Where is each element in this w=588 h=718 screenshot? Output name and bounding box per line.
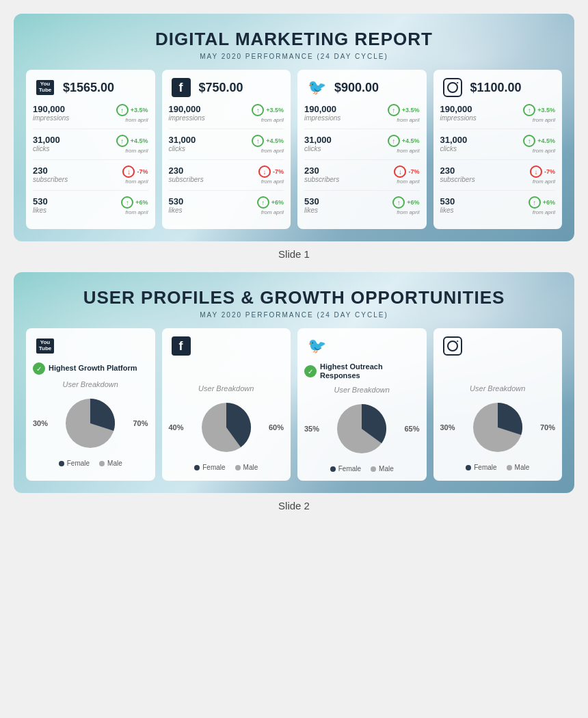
pie-legend: Female Male bbox=[440, 464, 556, 471]
metric-left: 190,000 impressions bbox=[33, 104, 116, 122]
male-pct-label: 70% bbox=[133, 419, 148, 427]
metric-right: ↑ +4.5% from april bbox=[523, 135, 555, 154]
female-label: Female bbox=[474, 464, 496, 471]
pie-container: 40% 60% bbox=[169, 397, 284, 458]
arrow-up-icon: ↑ bbox=[257, 196, 269, 209]
change-row: ↑ +3.5% bbox=[388, 104, 420, 116]
card-header: YouTube $1565.00 bbox=[33, 78, 148, 97]
metric-left: 190,000 impressions bbox=[304, 104, 388, 122]
metric-value: 230 bbox=[304, 165, 394, 176]
card-s2-twitter: 🐦 ✓ Highest Outreach Responses User Brea… bbox=[297, 328, 427, 481]
twitter-icon: 🐦 bbox=[304, 78, 329, 97]
card-facebook: f $750.00 190,000 impressions ↑ +3.5% fr… bbox=[162, 70, 291, 229]
change-text: +3.5% bbox=[402, 107, 420, 114]
metric-left: 530 likes bbox=[440, 196, 529, 214]
metric-label: subscribers bbox=[33, 176, 122, 183]
female-legend: Female bbox=[194, 464, 225, 471]
metric-row-subscribers: 230 subscribers ↓ -7% from april bbox=[440, 165, 556, 191]
change-subtext: from april bbox=[125, 148, 148, 154]
metric-label: clicks bbox=[304, 145, 388, 152]
metric-right: ↑ +6% from april bbox=[121, 196, 148, 215]
slide-1-wrapper: DIGITAL MARKETING REPORT MAY 2020 PERFOR… bbox=[14, 14, 574, 260]
metric-value: 230 bbox=[169, 165, 258, 176]
change-row: ↓ -7% bbox=[394, 165, 419, 178]
change-subtext: from april bbox=[261, 178, 284, 185]
metric-value: 190,000 bbox=[169, 104, 252, 114]
breakdown-title: User Breakdown bbox=[304, 386, 420, 394]
metric-row-impressions: 190,000 impressions ↑ +3.5% from april bbox=[304, 104, 420, 129]
breakdown-title: User Breakdown bbox=[169, 384, 284, 393]
badge-spacer bbox=[169, 362, 284, 379]
change-text: +6% bbox=[271, 199, 284, 206]
metric-row-impressions: 190,000 impressions ↑ +3.5% from april bbox=[169, 104, 284, 129]
metric-value: 31,000 bbox=[440, 135, 524, 145]
badge-row: ✓ Highest Growth Platform bbox=[33, 362, 148, 375]
pie-chart bbox=[334, 401, 389, 456]
metric-left: 31,000 clicks bbox=[304, 135, 388, 152]
metric-right: ↓ -7% from april bbox=[258, 165, 284, 185]
slide-1-cards-row: YouTube $1565.00 190,000 impressions ↑ +… bbox=[26, 70, 562, 229]
metric-value: 190,000 bbox=[33, 104, 116, 114]
metric-label: impressions bbox=[169, 114, 252, 122]
change-text: +6% bbox=[135, 199, 148, 206]
arrow-up-icon: ↑ bbox=[116, 135, 129, 147]
male-legend: Male bbox=[99, 460, 122, 467]
male-pct-label: 65% bbox=[404, 425, 419, 433]
arrow-up-icon: ↑ bbox=[388, 135, 400, 147]
male-legend: Male bbox=[371, 465, 394, 473]
card-header: f $750.00 bbox=[169, 78, 284, 97]
card-header: $1100.00 bbox=[440, 78, 556, 97]
breakdown-title: User Breakdown bbox=[440, 384, 556, 393]
change-subtext: from april bbox=[397, 178, 419, 185]
metric-right: ↑ +6% from april bbox=[392, 196, 419, 215]
badge-check-icon: ✓ bbox=[33, 362, 45, 375]
metric-left: 530 likes bbox=[169, 196, 257, 214]
change-text: +4.5% bbox=[131, 137, 148, 144]
change-row: ↓ -7% bbox=[258, 165, 284, 178]
card-s2-youtube: YouTube ✓ Highest Growth Platform User B… bbox=[26, 328, 155, 481]
metric-label: likes bbox=[169, 207, 257, 214]
male-label: Male bbox=[379, 465, 394, 473]
change-text: +3.5% bbox=[537, 107, 555, 114]
metric-left: 530 likes bbox=[33, 196, 121, 214]
arrow-down-icon: ↓ bbox=[258, 165, 271, 178]
arrow-up-icon: ↑ bbox=[523, 135, 535, 147]
change-row: ↑ +6% bbox=[529, 196, 555, 209]
metric-left: 190,000 impressions bbox=[440, 104, 524, 122]
metric-left: 530 likes bbox=[304, 196, 392, 214]
change-row: ↓ -7% bbox=[530, 165, 555, 178]
card-header: f bbox=[169, 336, 284, 356]
pie-legend: Female Male bbox=[169, 464, 284, 471]
metric-row-subscribers: 230 subscribers ↓ -7% from april bbox=[169, 165, 284, 191]
change-text: -7% bbox=[408, 168, 419, 175]
slide-2-content: USER PROFILES & GROWTH OPPORTUNITIES MAY… bbox=[14, 272, 574, 493]
change-text: +4.5% bbox=[537, 137, 555, 144]
female-dot bbox=[466, 465, 471, 470]
change-row: ↑ +3.5% bbox=[523, 104, 555, 116]
change-row: ↑ +4.5% bbox=[388, 135, 420, 147]
metric-row-clicks: 31,000 clicks ↑ +4.5% from april bbox=[440, 135, 556, 160]
twitter-icon: 🐦 bbox=[304, 336, 329, 356]
metric-right: ↑ +3.5% from april bbox=[523, 104, 555, 123]
metric-row-likes: 530 likes ↑ +6% from april bbox=[169, 196, 284, 221]
metric-label: subscribers bbox=[440, 176, 530, 183]
metric-right: ↑ +3.5% from april bbox=[116, 104, 148, 123]
change-text: -7% bbox=[273, 168, 284, 175]
badge-check-icon: ✓ bbox=[304, 365, 317, 377]
pie-chart bbox=[470, 400, 525, 455]
change-row: ↑ +3.5% bbox=[116, 104, 148, 116]
metric-row-impressions: 190,000 impressions ↑ +3.5% from april bbox=[33, 104, 148, 129]
slide-2-title: USER PROFILES & GROWTH OPPORTUNITIES bbox=[26, 287, 562, 308]
metric-label: likes bbox=[304, 207, 392, 214]
female-pct-label: 30% bbox=[440, 423, 455, 431]
metric-label: subscribers bbox=[169, 176, 258, 183]
change-subtext: from april bbox=[397, 117, 419, 123]
metric-right: ↓ -7% from april bbox=[122, 165, 148, 185]
female-dot bbox=[59, 461, 64, 466]
female-legend: Female bbox=[466, 464, 496, 471]
badge-row: ✓ Highest Outreach Responses bbox=[304, 362, 420, 380]
instagram-icon bbox=[440, 336, 465, 356]
metric-right: ↑ +3.5% from april bbox=[388, 104, 420, 123]
metric-label: impressions bbox=[304, 114, 388, 122]
metric-label: impressions bbox=[440, 114, 524, 122]
